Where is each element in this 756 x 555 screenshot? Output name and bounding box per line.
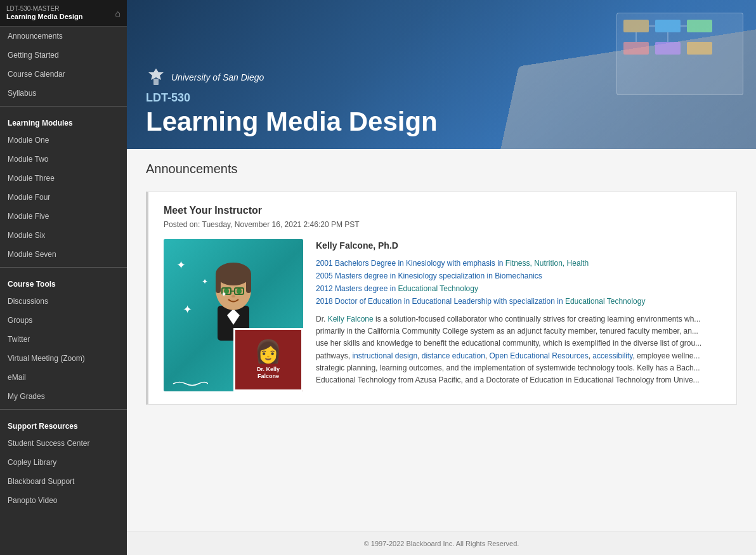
divider-2 [0, 267, 127, 268]
sidebar-item-my-grades[interactable]: My Grades [0, 387, 127, 406]
sparkle-4-icon: ✦ [221, 290, 227, 299]
divider-1 [0, 106, 127, 107]
instructor-info: Kelly Falcone, Ph.D 2001 Bachelors Degre… [316, 239, 721, 391]
sidebar-item-discussions[interactable]: Discussions [0, 292, 127, 311]
instructor-photo-card: 👩 Dr. KellyFalcone [233, 328, 303, 391]
sidebar-item-module-six[interactable]: Module Six [0, 226, 127, 245]
svg-point-14 [216, 263, 251, 285]
sidebar-item-groups[interactable]: Groups [0, 311, 127, 330]
credential-4: 2018 Doctor of Education in Educational … [316, 296, 721, 307]
sidebar-item-getting-started[interactable]: Getting Started [0, 46, 127, 65]
svg-point-22 [231, 295, 235, 297]
sidebar-item-module-five[interactable]: Module Five [0, 207, 127, 226]
divider-3 [0, 409, 127, 410]
hero-overlay: University of San Diego LDT-530 Learning… [127, 55, 457, 149]
support-resources-header: Support Resources [0, 415, 127, 434]
learning-modules-header: Learning Modules [0, 112, 127, 131]
svg-point-21 [237, 289, 242, 294]
screen-decoration [616, 13, 743, 95]
sidebar-item-virtual-meeting[interactable]: Virtual Meeting (Zoom) [0, 349, 127, 368]
sidebar-item-twitter[interactable]: Twitter [0, 330, 127, 349]
credential-1: 2001 Bachelors Degree in Kinesiology wit… [316, 258, 721, 269]
svg-rect-10 [153, 79, 159, 85]
signature-decoration [170, 379, 208, 388]
svg-rect-3 [623, 42, 649, 55]
sidebar: LDT-530-MASTER Learning Media Design ⌂ A… [0, 0, 127, 555]
sidebar-item-module-seven[interactable]: Module Seven [0, 245, 127, 264]
svg-rect-2 [687, 20, 712, 32]
university-name: University of San Diego [171, 72, 264, 82]
sidebar-item-announcements[interactable]: Announcements [0, 27, 127, 46]
sidebar-course-name: Learning Media Design [6, 12, 82, 21]
hero-course-id: LDT-530 [146, 91, 438, 105]
sidebar-item-syllabus[interactable]: Syllabus [0, 84, 127, 103]
page-title: Announcements [146, 162, 737, 181]
flowchart-decoration [617, 13, 744, 96]
home-icon[interactable]: ⌂ [115, 8, 121, 18]
main-content: University of San Diego LDT-530 Learning… [127, 0, 756, 555]
sidebar-item-copley-library[interactable]: Copley Library [0, 453, 127, 472]
sidebar-item-module-four[interactable]: Module Four [0, 188, 127, 207]
sidebar-nav: Announcements Getting Started Course Cal… [0, 27, 127, 103]
sparkle-2-icon: ✦ [202, 277, 208, 286]
credential-3: 2012 Masters degree in Educational Techn… [316, 283, 721, 294]
hero-banner: University of San Diego LDT-530 Learning… [127, 0, 756, 149]
instructor-image: ✦ ✦ ✦ ✦ [164, 239, 303, 391]
sidebar-header: LDT-530-MASTER Learning Media Design ⌂ [0, 0, 127, 27]
sidebar-item-email[interactable]: eMail [0, 368, 127, 387]
credential-2: 2005 Masters degree in Kinesiology speci… [316, 270, 721, 282]
instructor-name: Kelly Falcone, Ph.D [316, 239, 721, 252]
announcement-card: Meet Your Instructor Posted on: Tuesday,… [146, 192, 737, 405]
announcement-date: Posted on: Tuesday, November 16, 2021 2:… [164, 220, 721, 229]
footer-text: © 1997-2022 Blackboard Inc. All Rights R… [364, 540, 519, 547]
announcement-title: Meet Your Instructor [164, 205, 721, 216]
svg-rect-1 [655, 20, 681, 32]
svg-rect-15 [216, 274, 221, 293]
sidebar-item-panopto-video[interactable]: Panopto Video [0, 491, 127, 510]
svg-rect-5 [687, 42, 712, 55]
sidebar-item-student-success[interactable]: Student Success Center [0, 434, 127, 453]
svg-rect-0 [623, 20, 649, 32]
usd-logo-icon [146, 67, 166, 88]
course-tools-header: Course Tools [0, 273, 127, 292]
svg-rect-4 [655, 42, 681, 55]
content-area: Announcements Meet Your Instructor Poste… [127, 149, 756, 532]
instructor-credentials: 2001 Bachelors Degree in Kinesiology wit… [316, 258, 721, 307]
instructor-photo-label: Dr. KellyFalcone [256, 365, 281, 381]
sidebar-course-id: LDT-530-MASTER [6, 5, 82, 12]
announcement-body: ✦ ✦ ✦ ✦ [164, 239, 721, 391]
instructor-photo-person: 👩 [254, 339, 282, 365]
sidebar-item-module-three[interactable]: Module Three [0, 169, 127, 188]
hero-course-title: Learning Media Design [146, 107, 438, 136]
footer: © 1997-2022 Blackboard Inc. All Rights R… [127, 532, 756, 555]
sparkle-3-icon: ✦ [183, 303, 192, 317]
instructor-bio: Dr. Kelly Falcone is a solution-focused … [316, 313, 721, 386]
hero-university: University of San Diego [146, 67, 438, 88]
svg-rect-16 [246, 274, 251, 293]
sidebar-item-course-calendar[interactable]: Course Calendar [0, 65, 127, 84]
sidebar-item-module-two[interactable]: Module Two [0, 150, 127, 169]
sidebar-item-module-one[interactable]: Module One [0, 131, 127, 150]
sparkle-1-icon: ✦ [176, 258, 186, 272]
sidebar-header-text: LDT-530-MASTER Learning Media Design [6, 5, 82, 21]
sidebar-item-blackboard-support[interactable]: Blackboard Support [0, 472, 127, 491]
